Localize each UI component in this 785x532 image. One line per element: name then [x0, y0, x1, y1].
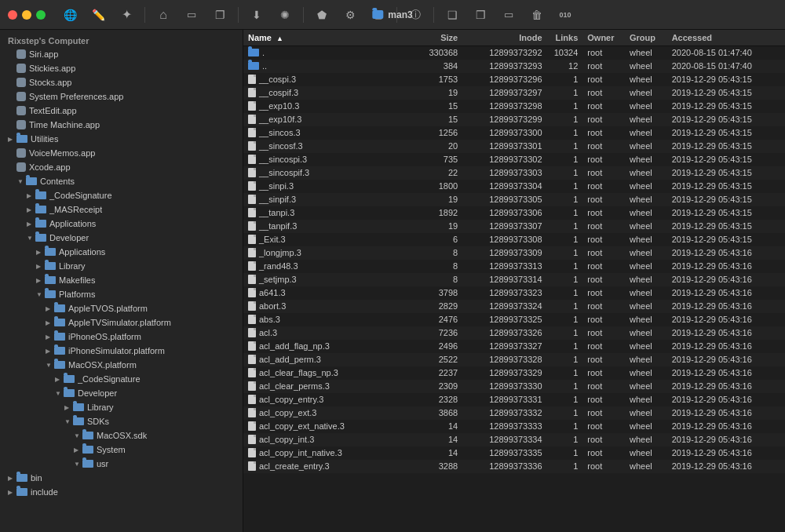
list-item[interactable]: System	[0, 443, 243, 457]
table-row[interactable]: __exp10f.3 15 12899373299 1 root wheel 2…	[243, 113, 785, 126]
file-icon	[248, 421, 256, 431]
sidebar[interactable]: Rixstep's Computer Siri.appStickies.appS…	[0, 30, 243, 532]
monitor-icon[interactable]: ▭	[178, 4, 205, 26]
table-row[interactable]: __sinpi.3 1800 12899373304 1 root wheel …	[243, 180, 785, 193]
table-row[interactable]: __tanpif.3 19 12899373307 1 root wheel 2…	[243, 220, 785, 233]
list-item[interactable]: include	[0, 485, 243, 499]
list-item[interactable]: MacOSX.platform	[0, 358, 243, 372]
table-row[interactable]: acl.3 7236 12899373326 1 root wheel 2019…	[243, 326, 785, 340]
col-header-name[interactable]: Name ▲	[243, 30, 412, 46]
file-pane[interactable]: Name ▲ Size Inode Links Owner	[243, 30, 785, 532]
list-item[interactable]: Stickies.app	[0, 61, 243, 75]
table-row[interactable]: acl_copy_ext_native.3 14 12899373333 1 r…	[243, 420, 785, 433]
table-row[interactable]: .. 384 12899373293 12 root wheel 2020-08…	[243, 60, 785, 73]
list-item[interactable]: MacOSX.sdk	[0, 428, 243, 443]
list-item[interactable]: Xcode.app	[0, 160, 243, 174]
list-item[interactable]: Developer	[0, 386, 243, 400]
brightness-icon[interactable]: ✺	[272, 4, 298, 26]
gear-icon[interactable]: ⚙	[337, 4, 363, 26]
list-item[interactable]: Siri.app	[0, 47, 243, 61]
folder-icon	[54, 319, 65, 326]
list-item[interactable]: Applications	[0, 217, 243, 231]
list-item[interactable]: Time Machine.app	[0, 118, 243, 132]
col-header-group[interactable]: Group	[625, 30, 667, 46]
globe-icon[interactable]: 🌐	[57, 4, 83, 26]
list-item[interactable]: iPhoneSimulator.platform	[0, 344, 243, 358]
pencil-icon[interactable]: ✏️	[85, 4, 111, 26]
table-row[interactable]: abs.3 2476 12899373325 1 root wheel 2019…	[243, 313, 785, 326]
list-item[interactable]: AppleTVOS.platform	[0, 301, 243, 315]
list-item[interactable]: Platforms	[0, 287, 243, 301]
server-icon[interactable]: ⬟	[309, 4, 335, 26]
star-icon[interactable]: ✦	[113, 4, 140, 26]
list-item[interactable]: System Preferences.app	[0, 89, 243, 104]
table-row[interactable]: acl_clear_flags_np.3 2237 12899373329 1 …	[243, 366, 785, 380]
download-icon[interactable]: ⬇	[243, 4, 270, 26]
list-item[interactable]: iPhoneOS.platform	[0, 330, 243, 344]
table-row[interactable]: acl_copy_int.3 14 12899373334 1 root whe…	[243, 433, 785, 446]
list-item[interactable]: AppleTVSimulator.platform	[0, 315, 243, 330]
cell-size: 735	[412, 153, 462, 166]
table-row[interactable]: acl_add_flag_np.3 2496 12899373327 1 roo…	[243, 340, 785, 353]
table-row[interactable]: _rand48.3 8 12899373313 1 root wheel 201…	[243, 260, 785, 273]
table-row[interactable]: _Exit.3 6 12899373308 1 root wheel 2019-…	[243, 233, 785, 246]
cell-accessed: 2019-12-29 05:43:16	[667, 326, 785, 340]
list-item[interactable]: Makefiles	[0, 273, 243, 287]
table-row[interactable]: acl_copy_int_native.3 14 12899373335 1 r…	[243, 446, 785, 460]
table-row[interactable]: __exp10.3 15 12899373298 1 root wheel 20…	[243, 100, 785, 113]
col-header-inode[interactable]: Inode	[462, 30, 546, 46]
home-icon[interactable]: ⌂	[150, 4, 177, 26]
table-row[interactable]: acl_add_perm.3 2522 12899373328 1 root w…	[243, 353, 785, 366]
table-row[interactable]: _setjmp.3 8 12899373314 1 root wheel 201…	[243, 273, 785, 286]
list-item[interactable]: Stocks.app	[0, 75, 243, 89]
cell-name: abs.3	[243, 313, 412, 326]
table-row[interactable]: __sincosf.3 20 12899373301 1 root wheel …	[243, 140, 785, 153]
folder2-icon[interactable]: ▭	[495, 4, 522, 26]
table-row[interactable]: __sinpif.3 19 12899373305 1 root wheel 2…	[243, 193, 785, 206]
list-item[interactable]: usr	[0, 457, 243, 471]
col-header-size[interactable]: Size	[412, 30, 462, 46]
table-row[interactable]: acl_copy_ext.3 3868 12899373332 1 root w…	[243, 406, 785, 420]
table-row[interactable]: __tanpi.3 1892 12899373306 1 root wheel …	[243, 206, 785, 220]
copy-icon[interactable]: ❐	[206, 4, 233, 26]
trash-icon[interactable]: 🗑	[524, 4, 550, 26]
col-header-links[interactable]: Links	[547, 30, 583, 46]
minimize-button[interactable]	[22, 10, 31, 20]
col-header-owner[interactable]: Owner	[582, 30, 625, 46]
list-item[interactable]: Contents	[0, 174, 243, 188]
list-item[interactable]: _CodeSignature	[0, 372, 243, 386]
copy2-icon[interactable]: ❑	[439, 4, 466, 26]
table-row[interactable]: . 330368 12899373292 10324 root wheel 20…	[243, 46, 785, 60]
list-item[interactable]: VoiceMemos.app	[0, 146, 243, 160]
list-item[interactable]: TextEdit.app	[0, 104, 243, 118]
cell-size: 8	[412, 260, 462, 273]
cell-name: acl_copy_ext.3	[243, 406, 412, 420]
table-row[interactable]: __cospi.3 1753 12899373296 1 root wheel …	[243, 73, 785, 86]
list-item[interactable]: Utilities	[0, 132, 243, 146]
table-row[interactable]: acl_create_entry.3 3288 12899373336 1 ro…	[243, 460, 785, 473]
table-row[interactable]: abort.3 2829 12899373324 1 root wheel 20…	[243, 300, 785, 313]
table-row[interactable]: acl_copy_entry.3 2328 12899373331 1 root…	[243, 393, 785, 406]
triangle-icon	[74, 461, 80, 468]
col-header-accessed[interactable]: Accessed	[667, 30, 785, 46]
table-row[interactable]: __sincospi.3 735 12899373302 1 root whee…	[243, 153, 785, 166]
table-row[interactable]: __sincos.3 1256 12899373300 1 root wheel…	[243, 126, 785, 140]
list-item[interactable]: Library	[0, 259, 243, 273]
table-row[interactable]: __cospif.3 19 12899373297 1 root wheel 2…	[243, 86, 785, 100]
list-item[interactable]: _CodeSignature	[0, 188, 243, 202]
table-row[interactable]: a641.3 3798 12899373323 1 root wheel 201…	[243, 286, 785, 300]
list-item[interactable]: bin	[0, 471, 243, 485]
cell-links: 1	[547, 353, 583, 366]
bits-icon[interactable]: 010	[552, 4, 579, 26]
table-row[interactable]: __sincospif.3 22 12899373303 1 root whee…	[243, 166, 785, 180]
copy3-icon[interactable]: ❒	[467, 4, 494, 26]
list-item[interactable]: Applications	[0, 245, 243, 259]
list-item[interactable]: _MASReceipt	[0, 202, 243, 217]
maximize-button[interactable]	[36, 10, 46, 20]
close-button[interactable]	[8, 10, 17, 20]
list-item[interactable]: SDKs	[0, 414, 243, 428]
table-row[interactable]: acl_clear_perms.3 2309 12899373330 1 roo…	[243, 380, 785, 393]
list-item[interactable]: Developer	[0, 231, 243, 245]
table-row[interactable]: _longjmp.3 8 12899373309 1 root wheel 20…	[243, 246, 785, 260]
list-item[interactable]: Library	[0, 400, 243, 414]
